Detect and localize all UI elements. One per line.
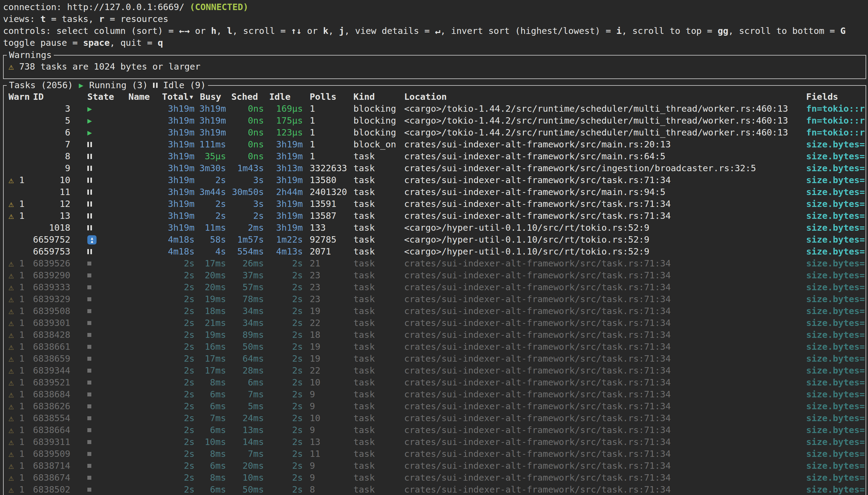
name-cell xyxy=(129,293,162,305)
polls-cell: 22 xyxy=(303,317,347,329)
task-row[interactable]: 6▶3h19m3h19m0ns123µs1blocking<cargo>/tok… xyxy=(4,127,866,139)
idle-cell: 2s xyxy=(264,341,303,353)
location-cell: crates/sui-indexer-alt-framework/src/tas… xyxy=(398,460,804,472)
task-row[interactable]: ⚠ 168386592s17ms64ms2s19taskcrates/sui-i… xyxy=(4,353,866,365)
sched-cell: 34ms xyxy=(226,317,264,329)
polls-cell: 10 xyxy=(303,377,347,389)
task-row[interactable]: ⚠ 168386262s6ms5ms2s9taskcrates/sui-inde… xyxy=(4,400,866,412)
task-row[interactable]: 66597534m18s4s554ms4m13s2071task<cargo>/… xyxy=(4,246,866,258)
table-body: 3▶3h19m3h19m0ns169µs1blocking<cargo>/tok… xyxy=(4,103,866,495)
task-row[interactable]: ⚠ 168393332s20ms57ms2s23taskcrates/sui-i… xyxy=(4,281,866,293)
task-row[interactable]: ⚠ 168387142s6ms20ms2s9taskcrates/sui-ind… xyxy=(4,460,866,472)
warnings-panel-title: Warnings xyxy=(7,49,54,61)
running-icon: ▶ xyxy=(87,103,92,115)
task-row[interactable]: ⚠ 168393442s17ms28ms2s22taskcrates/sui-i… xyxy=(4,365,866,377)
id-cell: 6839508 xyxy=(33,305,70,317)
completed-icon xyxy=(87,345,91,349)
task-row[interactable]: 6659752▲▲4m18s58s1m57s1m22s92785task<car… xyxy=(4,234,866,246)
column-header-total[interactable]: Total▾ xyxy=(162,91,195,103)
task-row[interactable]: ⚠ 1123h19m2s3s3h19m13591taskcrates/sui-i… xyxy=(4,198,866,210)
task-row[interactable]: 10183h19m11ms2ms3h19m133task<cargo>/hype… xyxy=(4,222,866,234)
total-cell: 3h19m xyxy=(162,174,195,186)
idle-cell: 2s xyxy=(264,293,303,305)
task-row[interactable]: ⚠ 168386742s8ms10ms2s9taskcrates/sui-ind… xyxy=(4,472,866,484)
column-header-name[interactable]: Name xyxy=(129,91,162,103)
column-header-polls[interactable]: Polls xyxy=(303,91,347,103)
task-row[interactable]: 5▶3h19m3h19m0ns175µs1blocking<cargo>/tok… xyxy=(4,115,866,127)
task-row[interactable]: ⚠ 168395092s8ms7ms2s11taskcrates/sui-ind… xyxy=(4,448,866,460)
total-cell: 2s xyxy=(162,472,195,484)
task-row[interactable]: ⚠ 1133h19m2s2s3h19m13587taskcrates/sui-i… xyxy=(4,210,866,222)
fields-cell: size.bytes= xyxy=(804,377,866,389)
kind-cell: task xyxy=(347,424,398,436)
kind-cell: task xyxy=(347,389,398,400)
task-row[interactable]: ⚠ 168395082s18ms34ms2s19taskcrates/sui-i… xyxy=(4,305,866,317)
fields-cell: size.bytes= xyxy=(804,460,866,472)
sched-cell: 10ms xyxy=(226,472,264,484)
task-row[interactable]: 73h19m111ms0ns3h19m1block_oncrates/sui-i… xyxy=(4,139,866,151)
kind-cell: task xyxy=(347,163,398,174)
id-cell: 6838626 xyxy=(33,400,70,412)
task-row[interactable]: ⚠ 168386842s6ms7ms2s9taskcrates/sui-inde… xyxy=(4,389,866,400)
location-cell: crates/sui-indexer-alt-framework/src/tas… xyxy=(398,210,804,222)
busy-cell: 6ms xyxy=(195,389,226,400)
kind-cell: task xyxy=(347,198,398,210)
column-header-id[interactable]: ID xyxy=(33,91,70,103)
column-header-busy[interactable]: Busy xyxy=(195,91,226,103)
fields-cell: fn=tokio::r xyxy=(804,103,866,115)
idle-icon xyxy=(87,213,92,219)
task-row[interactable]: 3▶3h19m3h19m0ns169µs1blocking<cargo>/tok… xyxy=(4,103,866,115)
column-header-sched[interactable]: Sched xyxy=(226,91,264,103)
warning-icon: ⚠ xyxy=(9,210,14,221)
task-row[interactable]: ⚠ 168384282s19ms89ms2s18taskcrates/sui-i… xyxy=(4,329,866,341)
kind-cell: task xyxy=(347,281,398,293)
column-header-fields[interactable]: Fields xyxy=(804,91,866,103)
id-cell: 6839311 xyxy=(33,436,70,448)
task-row[interactable]: ⚠ 168395212s8ms6ms2s10taskcrates/sui-ind… xyxy=(4,377,866,389)
sched-cell: 7ms xyxy=(226,389,264,400)
task-row[interactable]: ⚠ 168385542s7ms24ms2s10taskcrates/sui-in… xyxy=(4,412,866,424)
name-cell xyxy=(129,389,162,400)
busy-cell: 111ms xyxy=(195,139,226,151)
polls-cell: 22 xyxy=(303,365,347,377)
warn-cell: ⚠ 1 xyxy=(9,412,33,424)
name-cell xyxy=(129,151,162,163)
sched-cell: 6ms xyxy=(226,377,264,389)
kind-cell: task xyxy=(347,186,398,198)
table-header-row: WarnIDStateNameTotal▾BusySchedIdlePollsK… xyxy=(4,91,866,103)
task-row[interactable]: ⚠ 168393012s21ms34ms2s22taskcrates/sui-i… xyxy=(4,317,866,329)
task-row[interactable]: ⚠ 168386642s6ms13ms2s9taskcrates/sui-ind… xyxy=(4,424,866,436)
name-cell xyxy=(129,174,162,186)
location-cell: crates/sui-indexer-alt-framework/src/tas… xyxy=(398,400,804,412)
idle-cell: 2s xyxy=(264,365,303,377)
busy-cell: 17ms xyxy=(195,258,226,270)
name-cell xyxy=(129,341,162,353)
column-header-state[interactable]: State xyxy=(70,91,128,103)
task-row[interactable]: ⚠ 168392902s20ms37ms2s23taskcrates/sui-i… xyxy=(4,270,866,281)
task-row[interactable]: ⚠ 168385022s6ms50ms2s8taskcrates/sui-ind… xyxy=(4,484,866,495)
column-header-idle[interactable]: Idle xyxy=(264,91,303,103)
task-row[interactable]: ⚠ 168395262s17ms26ms2s21taskcrates/sui-i… xyxy=(4,258,866,270)
column-header-kind[interactable]: Kind xyxy=(347,91,398,103)
fields-cell: size.bytes= xyxy=(804,198,866,210)
warning-icon: ⚠ xyxy=(9,329,14,340)
task-row[interactable]: ⚠ 168393292s19ms78ms2s23taskcrates/sui-i… xyxy=(4,293,866,305)
completed-icon xyxy=(87,428,91,432)
task-row[interactable]: 113h19m3m44s30m50s2h44m2401320taskcrates… xyxy=(4,186,866,198)
task-row[interactable]: ⚠ 168386612s16ms50ms2s19taskcrates/sui-i… xyxy=(4,341,866,353)
completed-icon xyxy=(87,357,91,361)
task-row[interactable]: 93h19m3m30s1m43s3h13m3322633taskcrates/s… xyxy=(4,163,866,174)
busy-cell: 6ms xyxy=(195,484,226,495)
kind-cell: task xyxy=(347,412,398,424)
task-row[interactable]: ⚠ 168393112s10ms14ms2s13taskcrates/sui-i… xyxy=(4,436,866,448)
fields-cell: size.bytes= xyxy=(804,448,866,460)
column-header-warn[interactable]: Warn xyxy=(9,91,33,103)
column-header-location[interactable]: Location xyxy=(398,91,804,103)
task-row[interactable]: 83h19m35µs0ns3h19m1taskcrates/sui-indexe… xyxy=(4,151,866,163)
sched-cell: 0ns xyxy=(226,139,264,151)
kind-cell: task xyxy=(347,365,398,377)
kind-cell: block_on xyxy=(347,139,398,151)
location-cell: <cargo>/hyper-util-0.1.10/src/rt/tokio.r… xyxy=(398,246,804,258)
task-row[interactable]: ⚠ 1103h19m2s3s3h19m13580taskcrates/sui-i… xyxy=(4,174,866,186)
polls-cell: 23 xyxy=(303,270,347,281)
